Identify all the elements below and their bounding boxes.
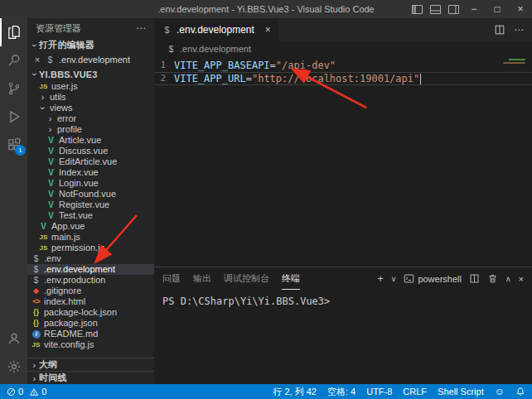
json-file-icon: {} <box>31 307 41 318</box>
tree-item-vite.config.js[interactable]: JSvite.config.js <box>27 339 154 350</box>
tree-item-label: package.json <box>44 318 98 329</box>
code-lines: 1VITE_APP_BASEAPI="/api-dev"2VITE_APP_UR… <box>154 59 532 85</box>
terminal-output[interactable]: PS D:\CSharp\Yi\Yi.BBS.Vue3> <box>154 290 532 384</box>
js-file-icon: JS <box>31 339 41 350</box>
outline-label: 大纲 <box>39 358 57 371</box>
open-editors-label: 打开的编辑器 <box>39 39 94 51</box>
indentation-status[interactable]: 空格: 4 <box>327 386 355 398</box>
close-tab-icon[interactable]: × <box>265 24 271 36</box>
editor-more-actions-icon[interactable]: ⋯ <box>514 24 524 36</box>
toggle-panel-icon[interactable] <box>426 0 444 18</box>
open-editor-label: .env.development <box>59 55 130 65</box>
tree-item-Register.vue[interactable]: VRegister.vue <box>27 200 154 210</box>
project-section-header[interactable]: › YI.BBS.VUE3 <box>27 67 154 81</box>
search-icon[interactable] <box>0 46 27 75</box>
toggle-secondary-sidebar-icon[interactable] <box>444 0 462 18</box>
close-panel-icon[interactable]: × <box>519 274 524 284</box>
run-debug-icon[interactable] <box>0 103 27 131</box>
chevron-expanded-icon: › <box>37 103 48 113</box>
feedback-smiley-icon[interactable]: ☺ <box>495 386 505 397</box>
minimize-button[interactable]: − <box>462 0 486 18</box>
panel-tab-调试控制台[interactable]: 调试控制台 <box>224 267 269 290</box>
split-terminal-icon[interactable] <box>469 273 480 284</box>
tree-item-Test.vue[interactable]: VTest.vue <box>27 210 154 221</box>
encoding-status[interactable]: UTF-8 <box>366 387 392 397</box>
outline-section-header[interactable]: › 大纲 <box>27 358 154 371</box>
tree-item-utils[interactable]: ›utils <box>27 92 154 103</box>
code-token: = <box>246 72 252 85</box>
eol-status[interactable]: CRLF <box>403 387 427 397</box>
editor-area: $ .env.development × ⋯ $ .env.developmen… <box>154 18 532 384</box>
extensions-icon[interactable]: 1 <box>0 131 27 159</box>
maximize-panel-icon[interactable]: ∧ <box>505 275 511 283</box>
vscode-window: .env.development - Yi.BBS.Vue3 - Visual … <box>0 0 532 399</box>
source-control-icon[interactable] <box>0 75 27 103</box>
cursor-position-status[interactable]: 行 2, 列 42 <box>273 386 317 398</box>
tree-item-.env.production[interactable]: $.env.production <box>27 275 154 286</box>
tree-item-main.js[interactable]: JSmain.js <box>27 232 154 243</box>
open-editors-header[interactable]: › 打开的编辑器 <box>27 38 154 52</box>
code-line-2[interactable]: 2VITE_APP_URL="http://localhost:19001/ap… <box>154 72 532 85</box>
tree-item-label: vite.config.js <box>44 339 94 350</box>
breadcrumb[interactable]: $ .env.development <box>154 41 532 56</box>
tree-item-EditArticle.vue[interactable]: VEditArticle.vue <box>27 156 154 167</box>
line-number: 1 <box>154 59 174 72</box>
tree-item-views[interactable]: ›views <box>27 103 154 113</box>
tree-item-user.js[interactable]: JSuser.js <box>27 81 154 92</box>
tab-env-development[interactable]: $ .env.development × <box>154 18 278 41</box>
panel-tab-输出[interactable]: 输出 <box>193 267 211 290</box>
more-actions-icon[interactable]: ⋯ <box>136 22 146 34</box>
minimap[interactable] <box>503 59 525 64</box>
tree-item-profile[interactable]: ›profile <box>27 124 154 135</box>
shell-picker[interactable]: powershell <box>404 273 462 284</box>
terminal-dropdown-icon[interactable]: ∨ <box>391 275 397 283</box>
tree-item-README.md[interactable]: iREADME.md <box>27 329 154 339</box>
tree-item-permission.js[interactable]: JSpermission.js <box>27 243 154 253</box>
code-line-1[interactable]: 1VITE_APP_BASEAPI="/api-dev" <box>154 59 532 72</box>
code-editor[interactable]: 1VITE_APP_BASEAPI="/api-dev"2VITE_APP_UR… <box>154 56 532 267</box>
close-editor-icon[interactable]: × <box>33 55 41 65</box>
panel-tab-问题[interactable]: 问题 <box>162 267 181 290</box>
tree-item-index.html[interactable]: <>index.html <box>27 296 154 307</box>
code-token: VITE_APP_BASEAPI <box>174 59 270 72</box>
maximize-button[interactable]: □ <box>486 0 509 18</box>
explorer-icon[interactable] <box>0 18 27 46</box>
tree-item-.env[interactable]: $.env <box>27 253 154 264</box>
notifications-bell-icon[interactable] <box>515 387 525 397</box>
js-file-icon: JS <box>38 232 49 243</box>
toggle-sidebar-icon[interactable] <box>408 0 426 18</box>
minimap-line-mark <box>503 62 525 64</box>
close-window-button[interactable]: × <box>509 0 532 18</box>
vue-file-icon: V <box>46 200 56 210</box>
tree-item-NotFound.vue[interactable]: VNotFound.vue <box>27 189 154 200</box>
tree-item-.env.development[interactable]: $.env.development <box>27 264 154 275</box>
editor-actions: ⋯ <box>494 18 532 41</box>
open-editor-item[interactable]: × $ .env.development <box>27 52 154 67</box>
tree-item-Index.vue[interactable]: VIndex.vue <box>27 167 154 178</box>
tab-label: .env.development <box>177 24 254 36</box>
timeline-section-header[interactable]: › 时间线 <box>27 371 154 384</box>
chevron-collapsed-icon: › <box>46 124 55 135</box>
tree-item-package.json[interactable]: {}package.json <box>27 318 154 329</box>
js-file-icon: JS <box>38 243 49 253</box>
problems-status[interactable]: 0 0 <box>7 387 46 397</box>
tree-item-Discuss.vue[interactable]: VDiscuss.vue <box>27 146 154 156</box>
tree-item-Login.vue[interactable]: VLogin.vue <box>27 178 154 189</box>
settings-gear-icon[interactable] <box>0 353 27 381</box>
split-editor-icon[interactable] <box>494 24 505 36</box>
account-icon[interactable] <box>0 324 27 353</box>
tree-item-App.vue[interactable]: VApp.vue <box>27 221 154 232</box>
new-terminal-icon[interactable]: + <box>377 272 384 285</box>
kill-terminal-icon[interactable] <box>487 273 498 284</box>
warning-icon <box>29 387 39 397</box>
chevron-collapsed-icon: › <box>38 92 47 103</box>
tree-item-package-lock.json[interactable]: {}package-lock.json <box>27 307 154 318</box>
tree-item-label: Login.vue <box>59 178 99 189</box>
tree-item-error[interactable]: ›error <box>27 113 154 124</box>
env-file-icon: $ <box>31 275 41 286</box>
tree-item-label: NotFound.vue <box>59 189 116 200</box>
language-mode-status[interactable]: Shell Script <box>438 387 484 397</box>
tree-item-Article.vue[interactable]: VArticle.vue <box>27 135 154 146</box>
tree-item-.gitignore[interactable]: ◆.gitignore <box>27 286 154 296</box>
panel-tab-终端[interactable]: 终端 <box>282 267 300 290</box>
